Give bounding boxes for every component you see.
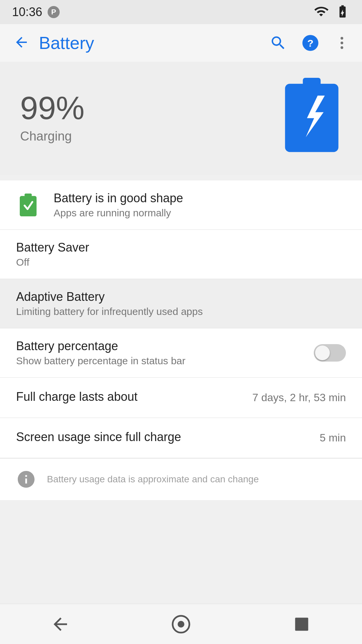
adaptive-battery-title: Adaptive Battery — [16, 290, 346, 304]
battery-saver-title: Battery Saver — [16, 240, 346, 255]
status-battery-charging-icon — [335, 4, 350, 20]
full-charge-text: Full charge lasts about — [16, 390, 246, 406]
battery-saver-item[interactable]: Battery Saver Off — [0, 230, 362, 279]
adaptive-battery-item[interactable]: Adaptive Battery Limiting battery for in… — [0, 279, 362, 328]
info-text: Battery usage data is approximate and ca… — [47, 474, 259, 485]
full-charge-item: Full charge lasts about 7 days, 2 hr, 53… — [0, 378, 362, 418]
bottom-nav — [0, 604, 362, 644]
status-bar: 10:36 P — [0, 0, 362, 24]
screen-usage-text: Screen usage since full charge — [16, 430, 313, 446]
status-right — [314, 4, 350, 20]
battery-saver-subtitle: Off — [16, 257, 346, 268]
battery-percentage-toggle[interactable] — [314, 344, 346, 362]
screen-usage-item: Screen usage since full charge 5 min — [0, 418, 362, 458]
battery-health-item[interactable]: Battery is in good shape Apps are runnin… — [0, 180, 362, 230]
app-bar: Battery ? — [0, 24, 362, 62]
section-divider — [0, 175, 362, 180]
svg-text:?: ? — [307, 38, 314, 49]
screen-usage-title: Screen usage since full charge — [16, 430, 313, 444]
settings-list: Battery is in good shape Apps are runnin… — [0, 180, 362, 500]
battery-health-text: Battery is in good shape Apps are runnin… — [54, 191, 346, 219]
overflow-menu-button[interactable] — [330, 31, 354, 55]
page-title: Battery — [39, 33, 265, 53]
help-button[interactable]: ? — [298, 30, 323, 56]
battery-info: 99% Charging — [20, 90, 84, 144]
adaptive-battery-text: Adaptive Battery Limiting battery for in… — [16, 290, 346, 317]
battery-check-icon — [16, 193, 40, 217]
screen-usage-value: 5 min — [320, 432, 346, 444]
info-row: Battery usage data is approximate and ca… — [0, 458, 362, 500]
search-button[interactable] — [265, 30, 291, 56]
status-left: 10:36 P — [12, 5, 60, 19]
battery-percentage-subtitle: Show battery percentage in status bar — [16, 355, 307, 367]
svg-rect-9 — [20, 196, 37, 216]
svg-point-11 — [178, 621, 184, 628]
battery-percentage-title: Battery percentage — [16, 339, 307, 353]
app-bar-actions: ? — [265, 30, 354, 56]
battery-health-subtitle: Apps are running normally — [54, 207, 346, 219]
nav-home-button[interactable] — [161, 604, 201, 644]
battery-percentage-item[interactable]: Battery percentage Show battery percenta… — [0, 328, 362, 378]
nav-back-button[interactable] — [40, 604, 80, 644]
svg-point-3 — [341, 42, 343, 44]
back-button[interactable] — [8, 29, 35, 57]
battery-charging-status: Charging — [20, 129, 84, 144]
battery-percent: 99% — [20, 90, 84, 126]
full-charge-title: Full charge lasts about — [16, 390, 246, 404]
wifi-icon — [314, 4, 328, 20]
full-charge-value: 7 days, 2 hr, 53 min — [252, 391, 346, 404]
svg-point-4 — [341, 46, 343, 49]
info-icon — [16, 469, 36, 489]
nav-recents-button[interactable] — [282, 604, 322, 644]
svg-rect-12 — [295, 618, 308, 631]
battery-saver-text: Battery Saver Off — [16, 240, 346, 268]
adaptive-battery-subtitle: Limiting battery for infrequently used a… — [16, 306, 346, 317]
svg-point-2 — [341, 37, 343, 40]
parking-icon: P — [48, 6, 60, 18]
battery-hero: 99% Charging — [0, 62, 362, 175]
bottom-spacer — [0, 500, 362, 540]
status-time: 10:36 — [12, 5, 42, 19]
battery-percentage-text: Battery percentage Show battery percenta… — [16, 339, 307, 367]
battery-health-title: Battery is in good shape — [54, 191, 346, 205]
battery-charging-large-icon — [282, 78, 342, 155]
